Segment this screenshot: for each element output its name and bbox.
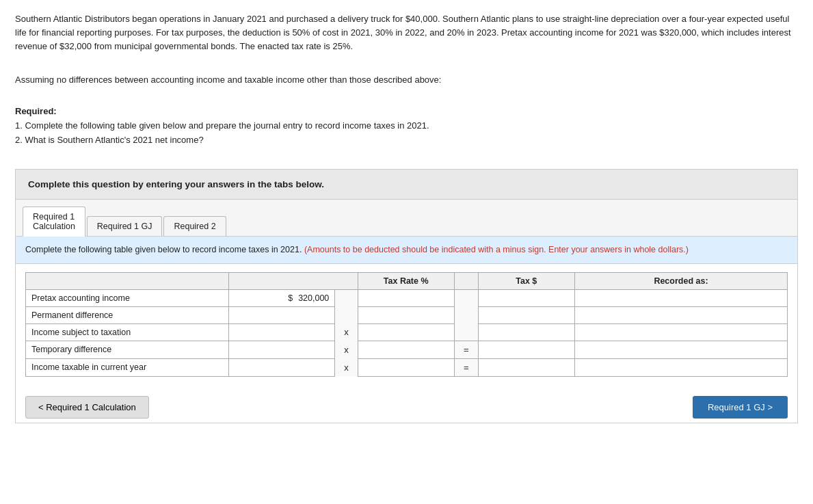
label-permanent: Permanent difference bbox=[26, 306, 229, 323]
eq-permanent bbox=[454, 306, 478, 323]
taxdollar-income-subject[interactable] bbox=[478, 323, 574, 341]
required-item-2: 2. What is Southern Atlantic's 2021 net … bbox=[15, 133, 798, 148]
row-pretax: Pretax accounting income $ 320,000 bbox=[26, 289, 788, 306]
amount-taxable-current-input[interactable] bbox=[235, 362, 329, 372]
operator-income-subject: x bbox=[335, 323, 358, 341]
row-income-subject: Income subject to taxation x bbox=[26, 323, 788, 341]
col-header-tax-rate: Tax Rate % bbox=[358, 272, 454, 289]
label-temporary: Temporary difference bbox=[26, 341, 229, 358]
recorded-pretax-input[interactable] bbox=[581, 293, 782, 303]
recorded-pretax[interactable] bbox=[574, 289, 787, 306]
operator-pretax bbox=[335, 289, 358, 306]
income-tax-table: Tax Rate % Tax $ Recorded as: Pretax acc… bbox=[25, 272, 788, 377]
taxrate-permanent-input[interactable] bbox=[364, 310, 449, 320]
amount-permanent[interactable] bbox=[228, 306, 334, 323]
required-section: Required: 1. Complete the following tabl… bbox=[15, 105, 798, 147]
dollar-sign-pretax: $ bbox=[288, 293, 293, 303]
taxdollar-taxable-current[interactable] bbox=[478, 358, 574, 376]
taxdollar-permanent-input[interactable] bbox=[484, 310, 569, 320]
amount-temporary[interactable] bbox=[228, 341, 334, 358]
prev-button[interactable]: < Required 1 Calculation bbox=[25, 396, 149, 419]
amount-permanent-input[interactable] bbox=[235, 310, 329, 320]
taxrate-taxable-current-input[interactable] bbox=[364, 362, 449, 372]
tab-required1-gj[interactable]: Required 1 GJ bbox=[87, 216, 163, 236]
complete-box: Complete this question by entering your … bbox=[15, 169, 798, 200]
recorded-taxable-current[interactable] bbox=[574, 358, 787, 376]
tab-required2[interactable]: Required 2 bbox=[163, 216, 226, 236]
taxrate-temporary[interactable] bbox=[358, 341, 454, 358]
recorded-permanent-input[interactable] bbox=[581, 310, 782, 320]
next-button-label: Required 1 GJ > bbox=[708, 402, 773, 412]
col-header-tax-dollar: Tax $ bbox=[478, 272, 574, 289]
label-pretax: Pretax accounting income bbox=[26, 289, 229, 306]
col-header-recorded: Recorded as: bbox=[574, 272, 787, 289]
intro-text: Southern Atlantic Distributors began ope… bbox=[15, 12, 798, 53]
taxrate-taxable-current[interactable] bbox=[358, 358, 454, 376]
next-button[interactable]: Required 1 GJ > bbox=[693, 396, 788, 419]
eq-temporary: = bbox=[454, 341, 478, 358]
taxrate-income-subject[interactable] bbox=[358, 323, 454, 341]
required-label: Required: bbox=[15, 106, 57, 116]
taxdollar-temporary-input[interactable] bbox=[484, 345, 569, 354]
eq-income-subject bbox=[454, 323, 478, 341]
recorded-temporary-input[interactable] bbox=[581, 345, 782, 354]
operator-temporary: x bbox=[335, 341, 358, 358]
instruction-main: Complete the following table given below… bbox=[25, 245, 302, 254]
btn-row: < Required 1 Calculation Required 1 GJ > bbox=[16, 386, 797, 423]
tabs-area: Required 1Calculation Required 1 GJ Requ… bbox=[15, 200, 798, 423]
eq-taxable-current: = bbox=[454, 358, 478, 376]
instruction-bar: Complete the following table given below… bbox=[16, 237, 797, 264]
amount-temporary-input[interactable] bbox=[235, 345, 329, 354]
taxrate-temporary-input[interactable] bbox=[364, 345, 449, 354]
recorded-income-subject-input[interactable] bbox=[581, 328, 782, 337]
recorded-temporary[interactable] bbox=[574, 341, 787, 358]
eq-pretax bbox=[454, 289, 478, 306]
taxdollar-pretax[interactable] bbox=[478, 289, 574, 306]
amount-taxable-current[interactable] bbox=[228, 358, 334, 376]
label-taxable-current: Income taxable in current year bbox=[26, 358, 229, 376]
taxdollar-temporary[interactable] bbox=[478, 341, 574, 358]
col-header-amount bbox=[228, 272, 358, 289]
prev-button-label: < Required 1 Calculation bbox=[38, 402, 136, 412]
taxrate-income-subject-input[interactable] bbox=[364, 328, 449, 337]
tab-content: Complete the following table given below… bbox=[16, 237, 797, 423]
row-temporary: Temporary difference x = bbox=[26, 341, 788, 358]
taxrate-pretax[interactable] bbox=[358, 289, 454, 306]
value-pretax: 320,000 bbox=[298, 293, 329, 303]
amount-income-subject-input[interactable] bbox=[235, 328, 329, 337]
instruction-note: (Amounts to be deducted should be indica… bbox=[304, 245, 689, 254]
taxdollar-income-subject-input[interactable] bbox=[484, 328, 569, 337]
row-permanent: Permanent difference bbox=[26, 306, 788, 323]
recorded-income-subject[interactable] bbox=[574, 323, 787, 341]
col-header-eq bbox=[454, 272, 478, 289]
assumption-text: Assuming no differences between accounti… bbox=[15, 75, 798, 85]
taxrate-permanent[interactable] bbox=[358, 306, 454, 323]
required-item-1: 1. Complete the following table given be… bbox=[15, 119, 798, 133]
recorded-permanent[interactable] bbox=[574, 306, 787, 323]
taxdollar-permanent[interactable] bbox=[478, 306, 574, 323]
recorded-taxable-current-input[interactable] bbox=[581, 362, 782, 372]
operator-permanent bbox=[335, 306, 358, 323]
tabs-row: Required 1Calculation Required 1 GJ Requ… bbox=[16, 200, 797, 237]
tab-required1-calculation[interactable]: Required 1Calculation bbox=[23, 207, 85, 237]
taxdollar-taxable-current-input[interactable] bbox=[484, 362, 569, 372]
row-taxable-current: Income taxable in current year x = bbox=[26, 358, 788, 376]
label-income-subject: Income subject to taxation bbox=[26, 323, 229, 341]
amount-income-subject[interactable] bbox=[228, 323, 334, 341]
col-header-label bbox=[26, 272, 229, 289]
operator-taxable-current: x bbox=[335, 358, 358, 376]
amount-pretax: $ 320,000 bbox=[228, 289, 334, 306]
table-wrapper: Tax Rate % Tax $ Recorded as: Pretax acc… bbox=[16, 264, 797, 386]
taxdollar-pretax-input[interactable] bbox=[484, 293, 569, 303]
taxrate-pretax-input[interactable] bbox=[364, 293, 449, 303]
